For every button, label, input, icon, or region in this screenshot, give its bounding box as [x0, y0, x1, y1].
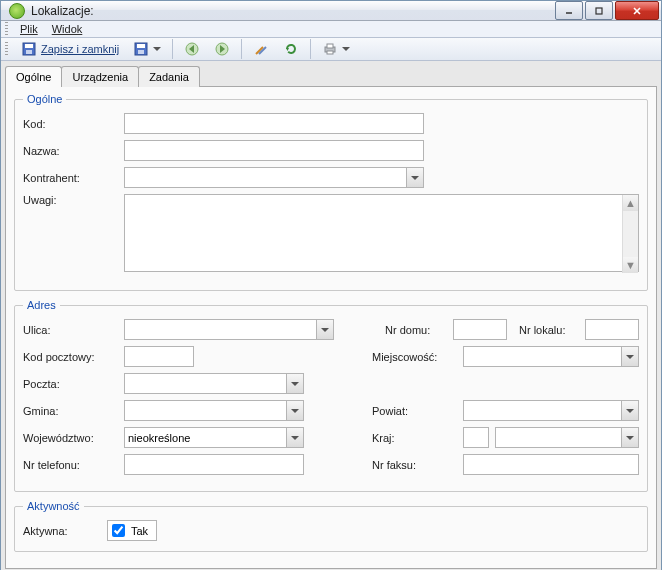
tab-ogolne[interactable]: Ogólne	[5, 66, 62, 87]
svg-marker-27	[626, 409, 634, 413]
close-button[interactable]	[615, 1, 659, 20]
kraj-input[interactable]	[495, 427, 639, 448]
refresh-button[interactable]	[278, 38, 304, 60]
svg-rect-8	[137, 44, 145, 48]
kraj-combo[interactable]	[495, 427, 639, 448]
save-close-button[interactable]: Zapisz i zamknij	[16, 38, 124, 60]
chevron-down-icon	[342, 41, 350, 57]
kod-input[interactable]	[124, 113, 424, 134]
label-kod: Kod:	[23, 118, 118, 130]
label-kod-pocztowy: Kod pocztowy:	[23, 351, 118, 363]
toolbar-separator-2	[241, 39, 242, 59]
chevron-down-icon[interactable]	[621, 347, 638, 366]
chevron-down-icon[interactable]	[286, 428, 303, 447]
kontrahent-combo[interactable]	[124, 167, 424, 188]
window-title: Lokalizacje:	[31, 4, 553, 18]
print-button[interactable]	[317, 38, 355, 60]
svg-marker-23	[321, 328, 329, 332]
printer-icon	[322, 41, 338, 57]
scroll-down-icon[interactable]: ▼	[623, 257, 638, 273]
toolbar-separator-3	[310, 39, 311, 59]
label-nr-telefonu: Nr telefonu:	[23, 459, 118, 471]
aktywna-checkbox[interactable]: Tak	[107, 520, 157, 541]
ulica-input[interactable]	[124, 319, 334, 340]
scroll-up-icon[interactable]: ▲	[623, 195, 638, 211]
window: Lokalizacje: Plik Widok Zapisz i zamknij	[0, 0, 662, 570]
menu-widok[interactable]: Widok	[46, 21, 89, 37]
aktywna-input[interactable]	[112, 524, 125, 537]
save-icon	[21, 41, 37, 57]
chevron-down-icon[interactable]	[286, 374, 303, 393]
nr-faksu-input[interactable]	[463, 454, 639, 475]
back-button[interactable]	[179, 38, 205, 60]
label-miejscowosc: Miejscowość:	[372, 351, 457, 363]
forward-button[interactable]	[209, 38, 235, 60]
svg-marker-28	[291, 436, 299, 440]
tabpanel-ogolne: Ogólne Kod: Nazwa: Kontrahent:	[5, 86, 657, 569]
tabstrip: Ogólne Urządzenia Zadania	[5, 66, 657, 87]
toolbar: Zapisz i zamknij	[1, 38, 661, 61]
maximize-button[interactable]	[585, 1, 613, 20]
miejscowosc-combo[interactable]	[463, 346, 639, 367]
gmina-input[interactable]	[124, 400, 304, 421]
label-poczta: Poczta:	[23, 378, 118, 390]
uwagi-textarea[interactable]	[124, 194, 639, 272]
ulica-combo[interactable]	[124, 319, 334, 340]
label-aktywna: Aktywna:	[23, 525, 101, 537]
arrow-right-icon	[214, 41, 230, 57]
kontrahent-input[interactable]	[124, 167, 424, 188]
svg-marker-24	[626, 355, 634, 359]
svg-marker-10	[153, 47, 161, 51]
tab-urzadzenia[interactable]: Urządzenia	[61, 66, 139, 87]
window-buttons	[553, 1, 659, 20]
toolbar-separator	[172, 39, 173, 59]
powiat-input[interactable]	[463, 400, 639, 421]
label-uwagi: Uwagi:	[23, 194, 118, 206]
app-icon	[9, 3, 25, 19]
svg-marker-26	[291, 409, 299, 413]
titlebar: Lokalizacje:	[1, 1, 661, 21]
powiat-combo[interactable]	[463, 400, 639, 421]
nr-telefonu-input[interactable]	[124, 454, 304, 475]
tab-zadania[interactable]: Zadania	[138, 66, 200, 87]
group-ogolne: Ogólne Kod: Nazwa: Kontrahent:	[14, 93, 648, 291]
menu-plik[interactable]: Plik	[14, 21, 44, 37]
label-gmina: Gmina:	[23, 405, 118, 417]
svg-marker-21	[342, 47, 350, 51]
chevron-down-icon[interactable]	[621, 428, 638, 447]
scrollbar[interactable]: ▲ ▼	[622, 195, 638, 273]
minimize-button[interactable]	[555, 1, 583, 20]
refresh-icon	[283, 41, 299, 57]
label-nazwa: Nazwa:	[23, 145, 118, 157]
group-aktywnosc: Aktywność Aktywna: Tak	[14, 500, 648, 552]
svg-rect-19	[327, 44, 333, 48]
label-ulica: Ulica:	[23, 324, 118, 336]
miejscowosc-input[interactable]	[463, 346, 639, 367]
content: Ogólne Urządzenia Zadania Ogólne Kod: Na…	[1, 61, 661, 570]
nazwa-input[interactable]	[124, 140, 424, 161]
nr-lokalu-input[interactable]	[585, 319, 639, 340]
disk-icon	[133, 41, 149, 57]
chevron-down-icon[interactable]	[316, 320, 333, 339]
kraj-code-input[interactable]	[463, 427, 489, 448]
wojewodztwo-combo[interactable]	[124, 427, 304, 448]
save-button[interactable]	[128, 38, 166, 60]
arrow-left-icon	[184, 41, 200, 57]
poczta-combo[interactable]	[124, 373, 304, 394]
poczta-input[interactable]	[124, 373, 304, 394]
group-ogolne-legend: Ogólne	[23, 93, 66, 105]
nr-domu-input[interactable]	[453, 319, 507, 340]
minimize-icon	[564, 6, 574, 16]
gmina-combo[interactable]	[124, 400, 304, 421]
svg-rect-9	[138, 50, 144, 54]
chevron-down-icon[interactable]	[406, 168, 423, 187]
wojewodztwo-input[interactable]	[124, 427, 304, 448]
label-kraj: Kraj:	[372, 432, 457, 444]
chevron-down-icon[interactable]	[621, 401, 638, 420]
svg-marker-22	[411, 176, 419, 180]
svg-rect-1	[596, 8, 602, 14]
kod-pocztowy-input[interactable]	[124, 346, 194, 367]
tools-button[interactable]	[248, 38, 274, 60]
chevron-down-icon[interactable]	[286, 401, 303, 420]
group-adres-legend: Adres	[23, 299, 60, 311]
